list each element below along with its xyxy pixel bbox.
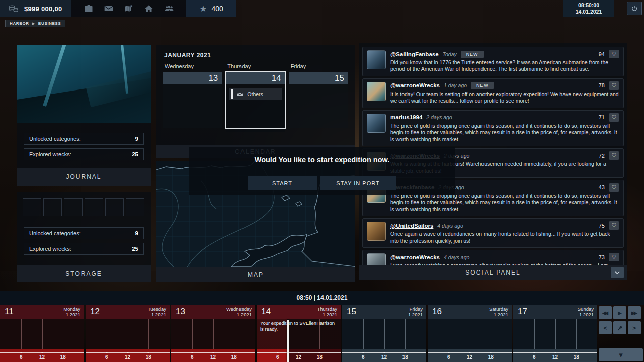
post-text: The price of gold is dropping once again… [390,123,619,143]
journal-stat-categories: Unlocked categories: 9 [24,133,144,145]
timeline-day-11[interactable]: 11 Monday1.2021 61218 [0,305,84,362]
like-count: 73 [599,254,605,260]
post-text: Did you know that in 1776 the Turtle ent… [390,59,619,73]
post-username[interactable]: marius1994 [390,114,422,120]
play-button[interactable]: ▶ [613,306,626,319]
social-post-6: @UnitedSailors 4 days ago 75 ♡ Once agai… [362,218,624,248]
map-footer-button[interactable]: MAP [156,267,355,282]
storage-slot[interactable] [64,198,83,216]
breadcrumb-root[interactable]: HARBOR [10,21,29,26]
timeline-day-14-current[interactable]: 14 Thursday1.2021 Your expedition to SVE… [257,305,341,362]
people-icon[interactable] [163,3,176,14]
avatar[interactable] [367,82,386,101]
rewind-button[interactable]: ◀◀ [599,306,612,319]
timeline-controls: ◀◀ ▶ ▶▶ < > ▼ [599,305,644,362]
post-username[interactable]: @UnitedSailors [390,223,433,229]
post-text: It is today! Our team is setting off on … [390,91,619,105]
scroll-right-button[interactable]: > [628,321,641,334]
pin-icon [617,325,623,331]
avatar[interactable] [367,222,386,241]
timeline-day-15[interactable]: 15 Friday1.2021 61218 [342,305,426,362]
timeline-day-17[interactable]: 17 Sunday1.2021 61218 [513,305,597,362]
mail-icon [236,92,244,97]
home-icon[interactable] [142,3,155,14]
heart-icon[interactable]: ♡ [609,50,619,58]
topbar-nav [71,0,186,17]
heart-icon[interactable]: ♡ [609,151,619,160]
post-time: 2 days ago [426,114,452,120]
journal-wreck-image [17,45,151,123]
money-box: $999 000,00 [0,0,71,17]
calendar-cell-14-selected[interactable]: 14 Others [226,72,285,128]
event-label: Others [247,91,263,97]
heart-icon[interactable]: ♡ [609,221,619,230]
post-username[interactable]: @warzoneWrecks [390,254,440,260]
coins-icon [7,3,20,14]
clock-date: 14.01.2021 [576,9,602,15]
social-post-3: marius1994 2 days ago 71 ♡ The price of … [362,110,624,146]
map-icon[interactable] [122,3,135,14]
expedition-dialog: Would You like to start expedition now. … [189,147,455,195]
avatar[interactable] [367,50,386,69]
start-button[interactable]: START [248,176,317,190]
calendar-panel: JANUARY 2021 Wednesday Thursday Friday 1… [156,45,355,158]
power-button[interactable] [627,2,642,15]
social-collapse-button[interactable] [611,267,624,278]
status-datetime-bar: 08:50 | 14.01.2021 [0,291,644,305]
new-badge: NEW [461,51,484,58]
mail-icon[interactable] [102,3,115,14]
chevron-down-icon [614,270,620,275]
scroll-left-button[interactable]: < [599,321,612,334]
star-icon: ★ [199,4,207,14]
timeline-day-13[interactable]: 13 Wednesday1.2021 61218 [171,305,255,362]
calendar-day-names: Wednesday Thursday Friday [163,63,348,69]
post-time: 1 day ago [444,82,467,88]
jump-to-now-button[interactable] [613,321,626,334]
post-text: Once again a wave of redundancies on man… [390,231,619,244]
fast-forward-button[interactable]: ▶▶ [628,306,641,319]
clock-time: 08:50:00 [578,2,599,9]
storage-slot[interactable] [23,198,41,216]
timeline-day-12[interactable]: 12 Tuesday1.2021 61218 [86,305,170,362]
current-time-marker[interactable] [287,320,289,362]
avatar[interactable] [367,253,386,265]
timeline-day-16[interactable]: 16 Saturday1.2021 61218 [428,305,512,362]
calendar-event-others[interactable]: Others [229,88,282,100]
reputation-tab[interactable]: ★ 400 [186,0,236,17]
post-username[interactable]: @warzoneWrecks [390,82,440,88]
game-screen: $999 000,00 ★ 400 08:50:00 14.01.2021 HA… [0,0,644,362]
timeline-collapse-button[interactable]: ▼ [599,348,643,361]
like-count: 78 [599,82,605,88]
post-username[interactable]: @SailingFanbase [390,51,439,57]
storage-slots [17,192,151,216]
like-count: 43 [599,184,605,190]
storage-slot[interactable] [43,198,62,216]
briefcase-icon[interactable] [82,3,95,14]
post-time: 4 days ago [444,254,469,260]
heart-icon[interactable]: ♡ [609,253,619,261]
storage-slot[interactable] [85,198,103,216]
stay-in-port-button[interactable]: STAY IN PORT [320,176,396,190]
calendar-cell-15[interactable]: 15 [289,72,348,128]
heart-icon[interactable]: ♡ [609,113,619,122]
like-count: 75 [599,223,605,229]
star-count: 400 [211,5,223,13]
storage-footer-button[interactable]: STORAGE [17,265,151,282]
journal-footer-button[interactable]: JOURNAL [17,168,151,186]
avatar[interactable] [367,114,386,133]
social-post-7: @warzoneWrecks 4 days ago 73 ♡ I was rec… [362,250,624,265]
heart-icon[interactable]: ♡ [609,183,619,192]
social-footer-button[interactable]: SOCIAL PANEL [359,265,627,280]
event-accent-bar [231,89,233,99]
post-time: Today [443,51,457,57]
expedition-ready-note: Your expedition to SVEllenHarrison is re… [260,320,336,332]
storage-slot[interactable] [126,198,144,216]
storage-slot[interactable] [105,198,124,216]
heart-icon[interactable]: ♡ [609,81,619,90]
storage-stat-wrecks: Explored wrecks: 25 [24,243,144,255]
social-post-2: @warzoneWrecks 1 day ago NEW 78 ♡ It is … [362,78,624,108]
post-text: The price of gold is dropping once again… [390,193,619,213]
journal-stat-wrecks: Explored wrecks: 25 [24,148,144,160]
calendar-cell-13[interactable]: 13 [163,72,222,128]
post-time: 4 days ago [437,223,463,229]
